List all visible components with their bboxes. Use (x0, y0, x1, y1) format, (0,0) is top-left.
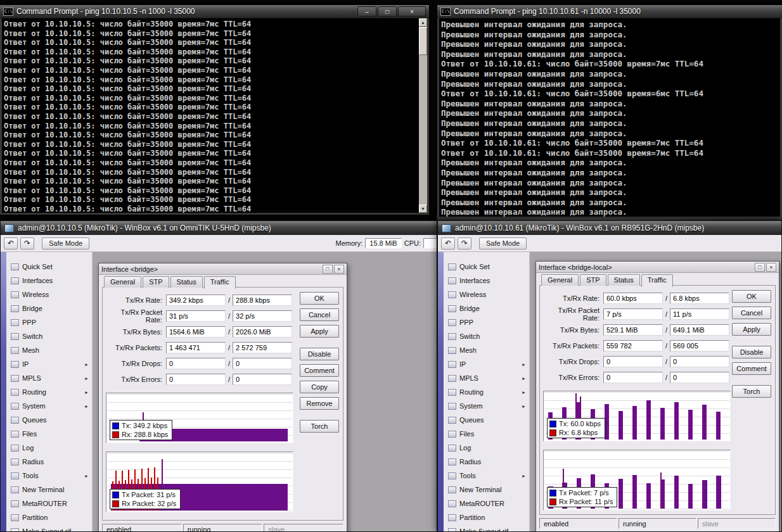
tab[interactable]: General (541, 274, 579, 286)
sidebar-item[interactable]: Files ► (444, 427, 529, 441)
scrollbar-thumb[interactable] (419, 27, 427, 55)
tx-value-field[interactable]: 559 782 (603, 340, 663, 352)
sidebar-item[interactable]: Log ► (444, 441, 529, 455)
tab[interactable]: STP (143, 276, 169, 288)
tx-value-field[interactable]: 0 (603, 372, 663, 383)
sidebar-item[interactable]: Partition ► (444, 510, 529, 524)
rx-value-field[interactable]: 0 (233, 358, 292, 369)
rx-value-field[interactable]: 0 (670, 372, 729, 383)
dialog-button[interactable]: Torch (732, 385, 771, 398)
sidebar-item[interactable]: Wireless ► (6, 288, 92, 301)
sidebar-item[interactable]: MPLS ► (444, 371, 529, 385)
tx-value-field[interactable]: 31 p/s (166, 310, 226, 322)
dialog-button[interactable]: Copy (300, 381, 339, 393)
dialog-button[interactable]: OK (732, 290, 771, 303)
sidebar-item[interactable]: Bridge ► (6, 301, 92, 315)
rx-value-field[interactable]: 2 572 759 (233, 342, 292, 353)
rx-value-field[interactable]: 288.8 kbps (233, 294, 292, 306)
sidebar-item[interactable]: Bridge ► (444, 301, 529, 315)
sidebar-item[interactable]: New Terminal ► (444, 483, 529, 497)
tx-value-field[interactable]: 0 (166, 374, 226, 385)
rx-value-field[interactable]: 6.8 kbps (670, 293, 729, 304)
sidebar-item[interactable]: Interfaces ► (444, 274, 529, 288)
tx-value-field[interactable]: 1 463 471 (166, 342, 226, 353)
maximize-button[interactable]: □ (755, 263, 765, 272)
tx-value-field[interactable]: 349.2 kbps (166, 294, 226, 306)
tab[interactable]: STP (580, 274, 606, 286)
sidebar-item[interactable]: Partition ► (6, 510, 92, 524)
dialog-button[interactable]: Apply (732, 323, 771, 336)
sidebar-item[interactable]: IP ► (6, 357, 92, 371)
tab[interactable]: Status (170, 276, 203, 288)
dialog-button[interactable]: Torch (300, 420, 339, 433)
rx-value-field[interactable]: 11 p/s (670, 308, 729, 320)
window-titlebar[interactable]: admin@10.10.10.5 (MikroTik) - WinBox v6.… (1, 221, 437, 235)
sidebar-item[interactable]: PPP ► (6, 315, 92, 329)
sidebar-item[interactable]: Wireless ► (444, 288, 529, 301)
close-button[interactable]: × (398, 6, 426, 16)
sidebar-item[interactable]: IP ► (444, 357, 529, 371)
sidebar-item[interactable]: MPLS ► (6, 371, 92, 385)
tab[interactable]: Traffic (641, 274, 673, 287)
sidebar-item[interactable]: Switch ► (444, 329, 529, 343)
close-button[interactable]: × (334, 265, 344, 274)
tx-value-field[interactable]: 1564.6 MiB (166, 326, 226, 338)
tx-value-field[interactable]: 7 p/s (603, 308, 663, 320)
sidebar-item[interactable]: Tools ► (444, 469, 529, 483)
scroll-down-icon[interactable]: ▼ (419, 205, 427, 213)
sidebar-item[interactable]: Switch ► (6, 329, 92, 343)
sidebar-item[interactable]: MetaROUTER ► (6, 497, 92, 510)
dialog-button[interactable]: Disable (300, 348, 339, 360)
dialog-titlebar[interactable]: Interface <bridge> □ × (99, 263, 347, 275)
sidebar-item[interactable]: Interfaces ► (6, 274, 92, 288)
dialog-button[interactable]: Comment (732, 362, 771, 375)
dialog-button[interactable]: Cancel (732, 307, 771, 319)
tx-value-field[interactable]: 0 (603, 356, 663, 367)
maximize-button[interactable]: □ (323, 265, 333, 274)
tx-value-field[interactable]: 60.0 kbps (603, 293, 663, 304)
sidebar-item[interactable]: System ► (6, 399, 92, 413)
sidebar-item[interactable]: Mesh ► (444, 343, 529, 357)
rx-value-field[interactable]: 2026.0 MiB (233, 326, 292, 338)
dialog-button[interactable]: Comment (300, 364, 339, 377)
window-titlebar[interactable]: C:\ Command Prompt - ping 10.10.10.61 -n… (437, 5, 782, 18)
sidebar-item[interactable]: Queues ► (444, 413, 529, 427)
dialog-button[interactable]: Disable (732, 346, 771, 358)
minimize-button[interactable]: – (357, 6, 376, 16)
sidebar-item[interactable]: Radius ► (6, 455, 92, 469)
sidebar-item[interactable]: New Terminal ► (6, 483, 92, 497)
window-titlebar[interactable]: C:\ Command Prompt - ping 10.10.10.5 -n … (0, 5, 429, 18)
sidebar-item[interactable]: Files ► (6, 427, 92, 441)
sidebar-item[interactable]: MetaROUTER ► (444, 497, 529, 510)
undo-button[interactable]: ↶ (441, 238, 455, 250)
sidebar-item[interactable]: Log ► (6, 441, 92, 455)
sidebar-item[interactable]: Queues ► (6, 413, 92, 427)
tx-value-field[interactable]: 529.1 MiB (603, 324, 663, 336)
dialog-button[interactable]: Cancel (300, 308, 339, 321)
sidebar-item[interactable]: Quick Set ► (444, 260, 529, 274)
redo-button[interactable]: ↷ (458, 238, 471, 250)
dialog-button[interactable]: OK (300, 292, 339, 305)
tab[interactable]: Status (608, 274, 640, 286)
rx-value-field[interactable]: 0 (670, 356, 729, 367)
rx-value-field[interactable]: 32 p/s (233, 310, 292, 322)
undo-button[interactable]: ↶ (4, 238, 18, 250)
dialog-button[interactable]: Remove (300, 397, 339, 410)
tx-value-field[interactable]: 0 (166, 358, 226, 369)
dialog-titlebar[interactable]: Interface <bridge-local> □ × (536, 262, 779, 273)
sidebar-item[interactable]: Make Supout.rif ► (444, 524, 529, 531)
rx-value-field[interactable]: 569 005 (670, 340, 729, 352)
sidebar-item[interactable]: PPP ► (444, 315, 529, 329)
rx-value-field[interactable]: 0 (233, 374, 292, 385)
redo-button[interactable]: ↷ (20, 238, 34, 250)
sidebar-item[interactable]: Mesh ► (6, 343, 92, 357)
sidebar-item[interactable]: Make Supout.rif ► (6, 524, 92, 531)
scroll-up-icon[interactable]: ▲ (419, 18, 427, 27)
rx-value-field[interactable]: 649.1 MiB (670, 324, 729, 336)
tab[interactable]: Traffic (204, 276, 236, 289)
window-titlebar[interactable]: admin@10.10.10.61 (MikroTik) - WinBox v6… (438, 221, 781, 235)
dialog-button[interactable]: Apply (300, 325, 339, 338)
sidebar-item[interactable]: Routing ► (444, 385, 529, 399)
sidebar-item[interactable]: Radius ► (444, 455, 529, 469)
sidebar-item[interactable]: System ► (444, 399, 529, 413)
